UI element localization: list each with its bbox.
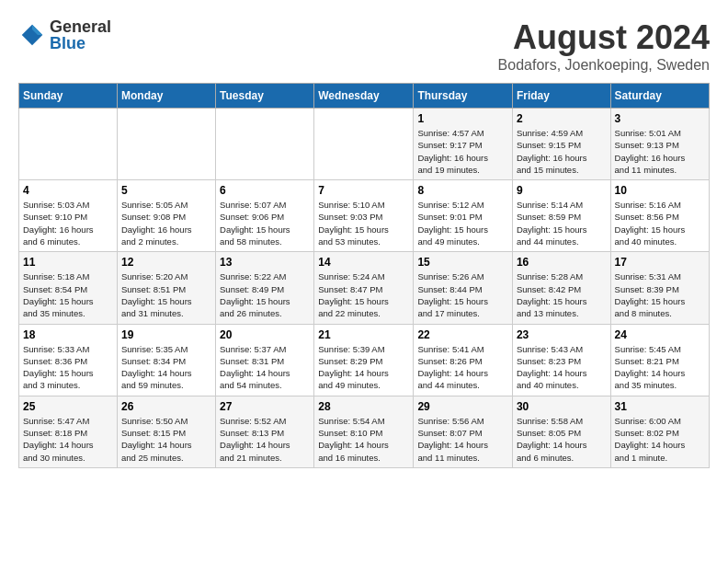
day-number: 29 xyxy=(417,400,508,413)
calendar-cell xyxy=(19,109,118,180)
day-info: Sunrise: 5:16 AM Sunset: 8:56 PM Dayligh… xyxy=(615,199,705,247)
weekday-header-saturday: Saturday xyxy=(610,84,709,109)
calendar-cell xyxy=(314,109,414,180)
calendar-cell xyxy=(216,109,314,180)
day-info: Sunrise: 5:26 AM Sunset: 8:44 PM Dayligh… xyxy=(417,270,508,319)
calendar-cell: 23Sunrise: 5:43 AM Sunset: 8:23 PM Dayli… xyxy=(512,324,610,396)
day-number: 7 xyxy=(318,184,409,197)
day-info: Sunrise: 5:52 AM Sunset: 8:13 PM Dayligh… xyxy=(220,415,310,464)
calendar-cell: 31Sunrise: 6:00 AM Sunset: 8:02 PM Dayli… xyxy=(610,396,709,467)
calendar-cell: 26Sunrise: 5:50 AM Sunset: 8:15 PM Dayli… xyxy=(117,396,215,467)
calendar-cell: 10Sunrise: 5:16 AM Sunset: 8:56 PM Dayli… xyxy=(610,180,709,252)
calendar-cell: 22Sunrise: 5:41 AM Sunset: 8:26 PM Dayli… xyxy=(414,324,513,396)
weekday-header-monday: Monday xyxy=(117,84,215,109)
day-number: 15 xyxy=(417,256,508,269)
week-row-4: 18Sunrise: 5:33 AM Sunset: 8:36 PM Dayli… xyxy=(19,324,710,396)
day-number: 3 xyxy=(615,112,705,125)
week-row-1: 1Sunrise: 4:57 AM Sunset: 9:17 PM Daylig… xyxy=(19,109,710,180)
title-block: August 2024 Bodafors, Joenkoeping, Swede… xyxy=(498,18,710,74)
calendar-cell: 16Sunrise: 5:28 AM Sunset: 8:42 PM Dayli… xyxy=(512,252,610,324)
day-info: Sunrise: 5:41 AM Sunset: 8:26 PM Dayligh… xyxy=(417,343,508,392)
calendar-cell: 12Sunrise: 5:20 AM Sunset: 8:51 PM Dayli… xyxy=(117,252,215,324)
day-number: 2 xyxy=(517,112,607,125)
weekday-header-friday: Friday xyxy=(512,84,610,109)
calendar-cell: 8Sunrise: 5:12 AM Sunset: 9:01 PM Daylig… xyxy=(414,180,513,252)
day-info: Sunrise: 5:39 AM Sunset: 8:29 PM Dayligh… xyxy=(318,343,409,392)
day-info: Sunrise: 4:59 AM Sunset: 9:15 PM Dayligh… xyxy=(517,127,607,176)
week-row-3: 11Sunrise: 5:18 AM Sunset: 8:54 PM Dayli… xyxy=(19,252,710,324)
day-info: Sunrise: 5:56 AM Sunset: 8:07 PM Dayligh… xyxy=(417,415,508,464)
day-info: Sunrise: 5:37 AM Sunset: 8:31 PM Dayligh… xyxy=(220,343,310,392)
day-number: 16 xyxy=(517,256,607,269)
weekday-header-sunday: Sunday xyxy=(19,84,118,109)
week-row-5: 25Sunrise: 5:47 AM Sunset: 8:18 PM Dayli… xyxy=(19,396,710,467)
calendar-cell: 15Sunrise: 5:26 AM Sunset: 8:44 PM Dayli… xyxy=(414,252,513,324)
calendar-cell: 1Sunrise: 4:57 AM Sunset: 9:17 PM Daylig… xyxy=(414,109,513,180)
calendar-cell: 17Sunrise: 5:31 AM Sunset: 8:39 PM Dayli… xyxy=(610,252,709,324)
day-info: Sunrise: 5:03 AM Sunset: 9:10 PM Dayligh… xyxy=(23,199,113,247)
logo: General Blue xyxy=(18,18,111,52)
day-number: 18 xyxy=(23,328,113,341)
week-row-2: 4Sunrise: 5:03 AM Sunset: 9:10 PM Daylig… xyxy=(19,180,710,252)
day-number: 10 xyxy=(615,184,705,197)
day-info: Sunrise: 5:33 AM Sunset: 8:36 PM Dayligh… xyxy=(23,343,113,392)
day-number: 5 xyxy=(121,184,211,197)
calendar-cell: 20Sunrise: 5:37 AM Sunset: 8:31 PM Dayli… xyxy=(216,324,314,396)
day-info: Sunrise: 5:20 AM Sunset: 8:51 PM Dayligh… xyxy=(121,270,211,319)
calendar-cell: 29Sunrise: 5:56 AM Sunset: 8:07 PM Dayli… xyxy=(414,396,513,467)
day-number: 1 xyxy=(417,112,508,125)
calendar-cell: 13Sunrise: 5:22 AM Sunset: 8:49 PM Dayli… xyxy=(216,252,314,324)
day-number: 22 xyxy=(417,328,508,341)
page-header: General Blue August 2024 Bodafors, Joenk… xyxy=(18,18,710,74)
calendar-cell: 9Sunrise: 5:14 AM Sunset: 8:59 PM Daylig… xyxy=(512,180,610,252)
day-info: Sunrise: 5:43 AM Sunset: 8:23 PM Dayligh… xyxy=(517,343,607,392)
calendar-cell: 11Sunrise: 5:18 AM Sunset: 8:54 PM Dayli… xyxy=(19,252,118,324)
day-number: 26 xyxy=(121,400,211,413)
calendar-cell: 7Sunrise: 5:10 AM Sunset: 9:03 PM Daylig… xyxy=(314,180,414,252)
month-year-title: August 2024 xyxy=(498,18,710,57)
day-number: 25 xyxy=(23,400,113,413)
logo-general: General xyxy=(50,18,111,35)
day-info: Sunrise: 6:00 AM Sunset: 8:02 PM Dayligh… xyxy=(615,415,705,464)
day-info: Sunrise: 5:54 AM Sunset: 8:10 PM Dayligh… xyxy=(318,415,409,464)
day-number: 12 xyxy=(121,256,211,269)
day-info: Sunrise: 5:58 AM Sunset: 8:05 PM Dayligh… xyxy=(517,415,607,464)
day-info: Sunrise: 5:24 AM Sunset: 8:47 PM Dayligh… xyxy=(318,270,409,319)
weekday-header-tuesday: Tuesday xyxy=(216,84,314,109)
calendar-cell: 19Sunrise: 5:35 AM Sunset: 8:34 PM Dayli… xyxy=(117,324,215,396)
calendar-cell: 18Sunrise: 5:33 AM Sunset: 8:36 PM Dayli… xyxy=(19,324,118,396)
calendar-cell: 24Sunrise: 5:45 AM Sunset: 8:21 PM Dayli… xyxy=(610,324,709,396)
day-info: Sunrise: 5:31 AM Sunset: 8:39 PM Dayligh… xyxy=(615,270,705,319)
calendar-cell: 2Sunrise: 4:59 AM Sunset: 9:15 PM Daylig… xyxy=(512,109,610,180)
day-info: Sunrise: 5:35 AM Sunset: 8:34 PM Dayligh… xyxy=(121,343,211,392)
day-number: 24 xyxy=(615,328,705,341)
day-number: 6 xyxy=(220,184,310,197)
day-number: 11 xyxy=(23,256,113,269)
weekday-header-row: SundayMondayTuesdayWednesdayThursdayFrid… xyxy=(19,84,710,109)
day-info: Sunrise: 5:05 AM Sunset: 9:08 PM Dayligh… xyxy=(121,199,211,247)
day-number: 4 xyxy=(23,184,113,197)
calendar-cell: 5Sunrise: 5:05 AM Sunset: 9:08 PM Daylig… xyxy=(117,180,215,252)
day-info: Sunrise: 5:10 AM Sunset: 9:03 PM Dayligh… xyxy=(318,199,409,247)
day-info: Sunrise: 5:14 AM Sunset: 8:59 PM Dayligh… xyxy=(517,199,607,247)
calendar-cell: 27Sunrise: 5:52 AM Sunset: 8:13 PM Dayli… xyxy=(216,396,314,467)
calendar-cell: 6Sunrise: 5:07 AM Sunset: 9:06 PM Daylig… xyxy=(216,180,314,252)
calendar-cell: 21Sunrise: 5:39 AM Sunset: 8:29 PM Dayli… xyxy=(314,324,414,396)
day-info: Sunrise: 5:07 AM Sunset: 9:06 PM Dayligh… xyxy=(220,199,310,247)
day-number: 28 xyxy=(318,400,409,413)
day-info: Sunrise: 5:12 AM Sunset: 9:01 PM Dayligh… xyxy=(417,199,508,247)
logo-text: General Blue xyxy=(50,18,111,52)
day-number: 14 xyxy=(318,256,409,269)
day-number: 30 xyxy=(517,400,607,413)
calendar-cell: 25Sunrise: 5:47 AM Sunset: 8:18 PM Dayli… xyxy=(19,396,118,467)
location-subtitle: Bodafors, Joenkoeping, Sweden xyxy=(498,57,710,74)
day-number: 21 xyxy=(318,328,409,341)
calendar-cell: 14Sunrise: 5:24 AM Sunset: 8:47 PM Dayli… xyxy=(314,252,414,324)
day-number: 23 xyxy=(517,328,607,341)
day-info: Sunrise: 5:28 AM Sunset: 8:42 PM Dayligh… xyxy=(517,270,607,319)
calendar-cell xyxy=(117,109,215,180)
logo-blue-text: Blue xyxy=(50,35,111,52)
calendar-cell: 30Sunrise: 5:58 AM Sunset: 8:05 PM Dayli… xyxy=(512,396,610,467)
day-info: Sunrise: 4:57 AM Sunset: 9:17 PM Dayligh… xyxy=(417,127,508,176)
calendar-table: SundayMondayTuesdayWednesdayThursdayFrid… xyxy=(18,83,710,468)
